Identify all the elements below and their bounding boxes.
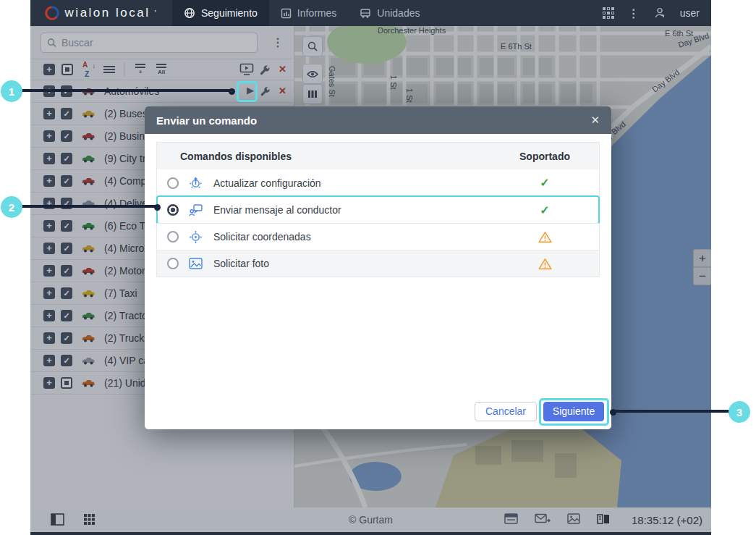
command-row-enviar-mensaje[interactable]: Enviar mensaje al conductor ✓ [157,196,599,223]
globe-icon [184,7,195,19]
command-row-solicitar-coordenadas[interactable]: Solicitar coordenadas [157,223,599,250]
commands-table: Comandos disponibles Soportado [156,142,600,277]
dialog-title: Enviar un comando [156,114,257,127]
annotation-circle-2: 2 [1,196,22,218]
tab-label: Informes [297,7,336,19]
reports-icon [281,8,292,19]
command-row-solicitar-foto[interactable]: Solicitar foto [157,250,599,277]
send-command-dialog: Enviar un comando ✕ Comandos disponibles… [145,106,611,429]
topbar-menu-icon[interactable]: ⋮ [628,7,640,20]
tab-seguimiento[interactable]: Seguimiento [172,0,269,26]
annotation-line-2 [19,205,156,208]
bus-icon [360,8,371,19]
annotation-circle-3: 3 [729,401,750,423]
radio-unselected[interactable] [167,258,179,269]
photo-icon [189,258,203,269]
column-commands: Comandos disponibles [157,151,490,162]
radio-unselected[interactable] [167,231,179,243]
update-config-icon [189,176,203,190]
supported-check-icon: ✓ [540,176,549,190]
top-navigation-bar: wialon localʼ Seguimiento Informes [30,0,711,26]
warning-icon [538,258,552,270]
dialog-header: Enviar un comando ✕ [145,106,611,134]
annotation-dot-3 [610,409,616,416]
annotation-line-3 [612,410,732,413]
command-label: Solicitar coordenadas [213,231,490,243]
command-label: Solicitar foto [213,258,490,269]
column-supported: Soportado [490,151,599,162]
user-icon[interactable] [653,7,666,20]
annotation-dot-1 [229,88,235,95]
commands-table-header: Comandos disponibles Soportado [157,143,599,169]
annotation-circle-1: 1 [1,80,22,102]
radio-unselected[interactable] [167,177,179,189]
app-logo-text: wialon local [65,6,150,20]
close-icon[interactable]: ✕ [590,114,600,127]
user-name[interactable]: user [680,7,700,19]
tab-informes[interactable]: Informes [269,0,348,26]
warning-icon [538,231,552,243]
command-label: Enviar mensaje al conductor [213,204,490,216]
app-logo: wialon localʼ [30,0,172,26]
annotation-line-1 [19,89,232,92]
command-row-actualizar-configuracion[interactable]: Actualizar configuración ✓ [157,169,599,196]
wialon-logo-icon [45,6,59,20]
tab-label: Seguimiento [201,7,258,19]
coordinates-icon [189,230,203,244]
command-label: Actualizar configuración [213,177,490,189]
logo-tick: ʼ [154,9,158,17]
annotation-dot-2 [154,204,161,211]
tab-label: Unidades [377,7,420,19]
cancel-button[interactable]: Cancelar [475,402,537,421]
tab-unidades[interactable]: Unidades [348,0,431,26]
topbar-right-controls: ⋮ user [603,0,711,26]
message-driver-icon [189,204,203,216]
supported-check-icon: ✓ [540,203,549,217]
screenshot-stage: wialon localʼ Seguimiento Informes [0,0,756,535]
next-button[interactable]: Siguiente [543,402,604,421]
apps-grid-icon[interactable] [603,7,614,19]
radio-selected[interactable] [167,204,179,216]
